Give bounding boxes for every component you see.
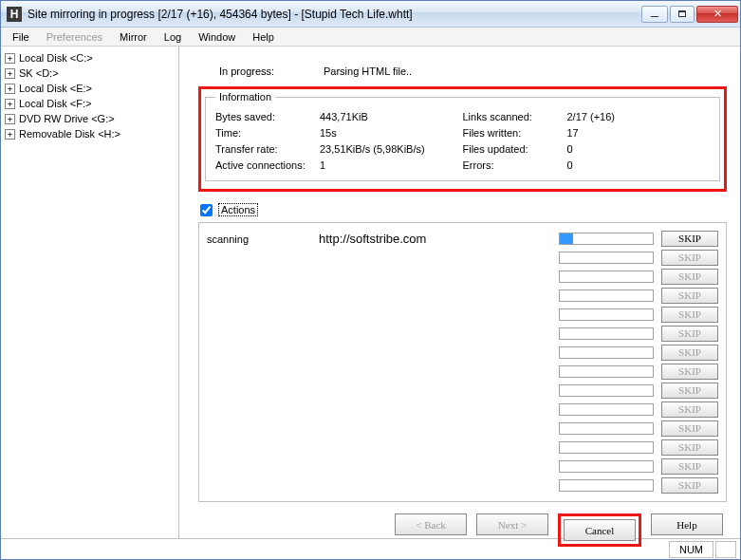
progress-fill — [560, 233, 573, 244]
files-written-value: 17 — [567, 127, 579, 139]
conn-progress — [559, 289, 654, 302]
bytes-saved-value: 443,71KiB — [320, 111, 368, 122]
transfer-rate-value: 23,51KiB/s (5,98KiB/s) — [320, 143, 425, 155]
conn-progress — [559, 271, 654, 283]
tree-label: DVD RW Drive <G:> — [19, 113, 115, 124]
actions-label: Actions — [218, 203, 258, 216]
conn-url: http://softstribe.com — [319, 232, 551, 246]
tree-node[interactable]: +Local Disk <E:> — [3, 81, 176, 96]
main-panel: In progress: Parsing HTML file.. Informa… — [179, 47, 740, 538]
back-button[interactable]: < Back — [395, 513, 467, 535]
expand-icon[interactable]: + — [5, 68, 15, 79]
bytes-saved-label: Bytes saved: — [215, 111, 320, 122]
title-bar: H Site mirroring in progress [2/17 (+16)… — [1, 1, 740, 28]
tree-label: SK <D:> — [19, 67, 59, 79]
expand-icon[interactable]: + — [5, 129, 15, 140]
expand-icon[interactable]: + — [5, 84, 15, 94]
files-written-label: Files written: — [463, 127, 567, 139]
tree-label: Removable Disk <H:> — [19, 128, 120, 140]
actions-checkbox[interactable] — [200, 204, 213, 216]
errors-value: 0 — [567, 159, 573, 171]
links-scanned-value: 2/17 (+16) — [567, 111, 615, 122]
menu-window[interactable]: Window — [191, 29, 243, 45]
files-updated-value: 0 — [567, 143, 573, 155]
dialog-button-row: < Back Next > Cancel Help — [198, 502, 727, 547]
skip-button: SKIP — [661, 439, 718, 456]
conn-progress — [559, 365, 654, 378]
close-icon: ✕ — [713, 8, 722, 20]
help-button[interactable]: Help — [651, 513, 723, 535]
time-value: 15s — [320, 127, 337, 139]
conn-progress — [559, 460, 654, 473]
skip-button: SKIP — [661, 458, 718, 475]
skip-button: SKIP — [661, 307, 718, 323]
conn-progress — [559, 252, 654, 264]
skip-button: SKIP — [661, 401, 718, 418]
drive-tree: +Local Disk <C:> +SK <D:> +Local Disk <E… — [1, 47, 179, 538]
menu-log[interactable]: Log — [157, 29, 189, 45]
app-icon: H — [7, 7, 22, 22]
menu-help[interactable]: Help — [245, 29, 282, 45]
menu-mirror[interactable]: Mirror — [112, 29, 155, 45]
skip-button: SKIP — [661, 345, 718, 361]
skip-button: SKIP — [661, 364, 718, 380]
tree-label: Local Disk <C:> — [19, 52, 93, 64]
tree-node[interactable]: +Local Disk <F:> — [3, 96, 176, 111]
close-button[interactable]: ✕ — [696, 6, 738, 23]
minimize-icon — [651, 16, 658, 17]
skip-button[interactable]: SKIP — [661, 231, 718, 247]
conn-progress — [559, 441, 654, 454]
tree-node[interactable]: +Removable Disk <H:> — [3, 126, 176, 141]
conn-progress — [559, 327, 654, 340]
skip-button: SKIP — [661, 288, 718, 304]
conn-progress — [559, 422, 654, 435]
information-highlight: Information Bytes saved:443,71KiB Time:1… — [198, 86, 727, 192]
tree-label: Local Disk <E:> — [19, 83, 92, 94]
skip-button: SKIP — [661, 383, 718, 399]
time-label: Time: — [215, 127, 320, 139]
information-legend: Information — [215, 91, 275, 103]
expand-icon[interactable]: + — [5, 99, 15, 109]
skip-button: SKIP — [661, 269, 718, 285]
in-progress-value: Parsing HTML file.. — [324, 65, 412, 77]
skip-button: SKIP — [661, 250, 718, 266]
in-progress-label: In progress: — [219, 65, 324, 77]
skip-button: SKIP — [661, 477, 718, 494]
next-button[interactable]: Next > — [476, 513, 548, 535]
skip-button: SKIP — [661, 326, 718, 342]
conn-progress — [559, 479, 654, 492]
conn-progress — [559, 346, 654, 359]
conn-progress — [559, 403, 654, 416]
transfer-rate-label: Transfer rate: — [215, 143, 320, 155]
files-updated-label: Files updated: — [463, 143, 567, 155]
information-fieldset: Information Bytes saved:443,71KiB Time:1… — [205, 91, 720, 181]
links-scanned-label: Links scanned: — [463, 111, 567, 122]
menu-preferences[interactable]: Preferences — [39, 29, 110, 45]
conn-status: scanning — [207, 233, 311, 245]
connections-panel: scanninghttp://softstribe.comSKIPSKIPSKI… — [198, 222, 727, 502]
menu-bar: File Preferences Mirror Log Window Help — [1, 28, 740, 47]
tree-node[interactable]: +DVD RW Drive <G:> — [3, 111, 176, 126]
menu-file[interactable]: File — [5, 29, 37, 45]
conn-progress — [559, 233, 654, 245]
maximize-icon — [678, 10, 686, 17]
window-title: Site mirroring in progress [2/17 (+16), … — [28, 8, 641, 21]
active-connections-value: 1 — [320, 159, 325, 171]
expand-icon[interactable]: + — [5, 53, 15, 64]
tree-node[interactable]: +SK <D:> — [3, 65, 176, 81]
minimize-button[interactable] — [641, 6, 668, 23]
cancel-highlight: Cancel — [558, 513, 641, 547]
conn-progress — [559, 308, 654, 321]
active-connections-label: Active connections: — [215, 159, 320, 171]
cancel-button[interactable]: Cancel — [564, 519, 636, 541]
expand-icon[interactable]: + — [5, 114, 15, 124]
tree-node[interactable]: +Local Disk <C:> — [3, 50, 176, 65]
tree-label: Local Disk <F:> — [19, 98, 91, 109]
errors-label: Errors: — [463, 159, 567, 171]
conn-progress — [559, 384, 654, 397]
skip-button: SKIP — [661, 420, 718, 437]
maximize-button[interactable] — [670, 6, 695, 23]
